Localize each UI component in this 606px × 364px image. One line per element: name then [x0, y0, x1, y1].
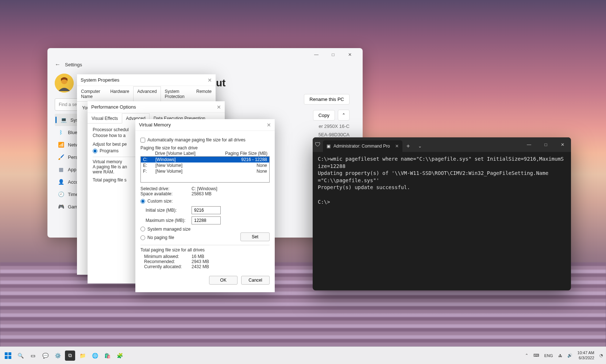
dialog-title: Performance Options	[91, 104, 136, 110]
initial-size-input[interactable]	[192, 206, 221, 214]
no-paging-radio[interactable]: No paging file	[140, 235, 174, 240]
system-managed-radio[interactable]: System managed size	[140, 227, 190, 232]
svg-rect-3	[8, 352, 11, 355]
col-drive	[143, 151, 155, 156]
tray-chevron-icon[interactable]: ⌃	[525, 353, 528, 358]
notifications-icon[interactable]: ◔	[599, 353, 603, 358]
taskbar: 🔍 ▭ 💬 ⚙️ ⧉ 📁 🌐 🛍️ 🧩 ⌃ ⌨ ENG 🖧 🔊 10:47 AM…	[0, 347, 606, 364]
close-icon[interactable]: ✕	[208, 77, 212, 83]
clock[interactable]: 10:47 AM 6/3/2022	[578, 351, 594, 360]
settings-icon[interactable]: ⚙️	[53, 351, 63, 361]
language-indicator[interactable]: ENG	[544, 353, 553, 358]
drive-row[interactable]: E:[New Volume]None	[141, 163, 269, 168]
copy-button[interactable]: Copy	[313, 110, 335, 121]
svg-rect-2	[5, 352, 8, 355]
custom-size-radio[interactable]: Custom size:	[140, 199, 173, 204]
svg-rect-5	[8, 356, 11, 359]
ok-button[interactable]: OK	[209, 276, 238, 285]
maximize-button[interactable]: □	[537, 138, 554, 151]
tab-computer-name[interactable]: Computer Name	[77, 86, 106, 102]
tab-title: Administrator: Command Pro	[333, 144, 390, 149]
new-tab-button[interactable]: +	[402, 140, 414, 152]
close-button[interactable]: ✕	[554, 138, 571, 151]
edge-icon[interactable]: 🌐	[90, 351, 100, 361]
cancel-button[interactable]: Cancel	[241, 276, 270, 285]
drive-row[interactable]: F:[New Volume]None	[141, 168, 269, 174]
close-icon[interactable]: ✕	[267, 122, 271, 128]
app-icon[interactable]: 🧩	[115, 351, 125, 361]
tab-dropdown-icon[interactable]: ⌄	[414, 140, 426, 152]
tab-close-icon[interactable]: ✕	[395, 144, 399, 149]
auto-manage-checkbox[interactable]: Automatically manage paging file size fo…	[140, 137, 270, 142]
terminal-output[interactable]: C:\>wmic pagefileset where name="C:\\pag…	[313, 152, 571, 209]
maximize-button[interactable]: □	[325, 49, 341, 60]
maximum-size-input[interactable]	[192, 216, 221, 224]
cmd-icon: ▣	[327, 144, 331, 149]
expand-button[interactable]: ⌃	[338, 110, 350, 121]
minimize-button[interactable]: —	[308, 49, 325, 60]
tab-system-protection[interactable]: System Protection	[161, 86, 192, 102]
set-button[interactable]: Set	[240, 232, 270, 241]
back-icon[interactable]: ←	[55, 61, 61, 68]
svg-rect-4	[5, 356, 8, 359]
programs-radio[interactable]: Programs	[93, 148, 119, 153]
terminal-tab[interactable]: ▣ Administrator: Command Pro ✕	[323, 140, 402, 152]
network-icon[interactable]: 🖧	[558, 353, 562, 358]
tab-remote[interactable]: Remote	[192, 86, 216, 102]
volume-icon[interactable]: 🔊	[567, 353, 572, 358]
start-button[interactable]	[3, 351, 13, 361]
dialog-title: Virtual Memory	[139, 122, 171, 128]
minimize-button[interactable]: —	[521, 138, 537, 151]
task-view-icon[interactable]: ▭	[28, 351, 38, 361]
tab-visual-effects[interactable]: Visual Effects	[88, 113, 122, 124]
settings-titlebar: — □ ✕	[47, 48, 363, 61]
search-icon[interactable]: 🔍	[15, 351, 26, 361]
drive-list[interactable]: C:[Windows]9216 - 12288E:[New Volume]Non…	[140, 156, 270, 183]
dialog-title: System Properties	[81, 77, 119, 83]
virtual-memory-dialog: Virtual Memory✕ Automatically manage pag…	[135, 119, 275, 292]
rename-pc-button[interactable]: Rename this PC	[304, 94, 350, 105]
tab-advanced[interactable]: Advanced	[133, 86, 161, 102]
terminal-titlebar: 🛡 ▣ Administrator: Command Pro ✕ + ⌄ — □…	[313, 137, 571, 152]
store-icon[interactable]: 🛍️	[102, 351, 112, 361]
close-button[interactable]: ✕	[341, 49, 358, 60]
shield-icon: 🛡	[313, 141, 323, 148]
total-header: Total paging file size for all drives	[140, 247, 270, 253]
keyboard-icon[interactable]: ⌨	[533, 353, 539, 358]
terminal-icon[interactable]: ⧉	[65, 351, 75, 361]
sysprops-tabs: Computer NameHardwareAdvancedSystem Prot…	[77, 86, 216, 102]
explorer-icon[interactable]: 📁	[77, 351, 88, 361]
settings-title: Settings	[65, 62, 82, 67]
terminal-window: 🛡 ▣ Administrator: Command Pro ✕ + ⌄ — □…	[313, 137, 571, 290]
drive-row[interactable]: C:[Windows]9216 - 12288	[141, 157, 269, 163]
avatar[interactable]	[55, 74, 74, 93]
chat-icon[interactable]: 💬	[40, 351, 50, 361]
system-tray: ⌃ ⌨ ENG 🖧 🔊 10:47 AM 6/3/2022 ◔	[525, 351, 603, 360]
list-header-text: Paging file size for each drive	[140, 145, 270, 150]
close-icon[interactable]: ✕	[217, 104, 221, 110]
tab-hardware[interactable]: Hardware	[106, 86, 133, 102]
